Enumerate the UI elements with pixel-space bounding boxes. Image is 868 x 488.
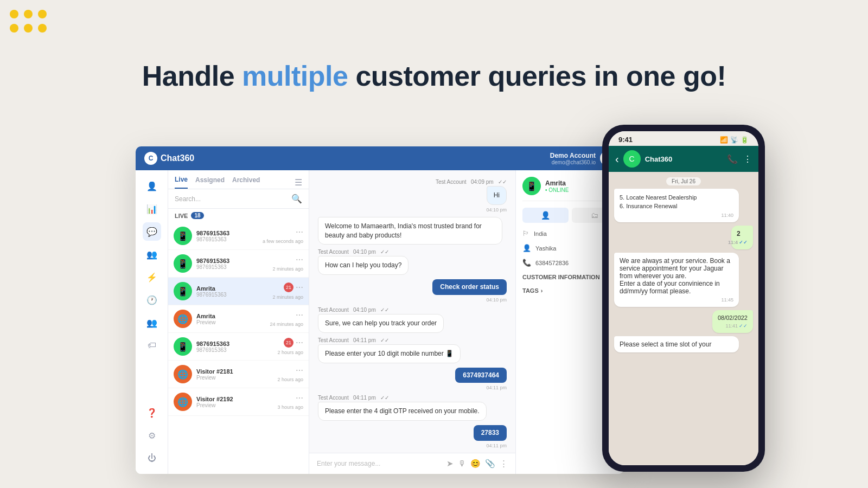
conversation-list: Live Assigned Archived ☰ 🔍 LIVE 18 bbox=[168, 170, 309, 474]
phone-menu-item-6: 6. Insurance Renewal bbox=[620, 202, 733, 210]
tab-archived[interactable]: Archived bbox=[232, 176, 260, 188]
phone-msg-list-1: 5. Locate Nearest Dealership 6. Insuranc… bbox=[614, 189, 739, 222]
mic-icon[interactable]: 🎙 bbox=[458, 459, 466, 468]
phone-back-button[interactable]: ‹ bbox=[615, 153, 619, 165]
conv-meta-6: ⋯ 2 hours ago bbox=[277, 366, 303, 382]
conv-item-6[interactable]: 🌐 Visitor #2181 Preview ⋯ 2 hours ago bbox=[168, 361, 309, 388]
phone-more-icon[interactable]: ⋮ bbox=[743, 154, 752, 164]
msg-bubble-5: Sure, we can help you track your order bbox=[318, 314, 444, 333]
conv-info-3: Amrita 9876915363 bbox=[196, 285, 268, 298]
conv-item-7[interactable]: 🌐 Visitor #2192 Preview ⋯ 3 hours ago bbox=[168, 388, 309, 416]
msg-6: Test Account 04:11 pm ✓✓ Please enter yo… bbox=[318, 337, 507, 363]
dot-6 bbox=[38, 24, 47, 33]
conv-name-4: Amrita bbox=[196, 313, 265, 319]
phone-sent-time-date: 11:41 ✓✓ bbox=[718, 323, 748, 329]
conv-meta-4: ⋯ 24 minutes ago bbox=[270, 311, 303, 327]
sidebar-icon-settings[interactable]: ⚙ bbox=[143, 426, 161, 445]
phone-menu-item-5: 5. Locate Nearest Dealership bbox=[620, 193, 733, 202]
msg-sender-5: Test Account 04:10 pm ✓✓ bbox=[318, 307, 389, 313]
conv-avatar-5: 📱 bbox=[174, 337, 192, 356]
app-header: C Chat360 Demo Account demo@chat360.io 👤 bbox=[136, 146, 624, 170]
phone-msg-sent-2: 2 11:4 ✓✓ bbox=[731, 226, 753, 249]
conv-item-4[interactable]: 🌐 Amrita Preview ⋯ 24 minutes ago bbox=[168, 305, 309, 333]
conv-badge-5: 21 bbox=[284, 338, 293, 348]
emoji-icon[interactable]: 😊 bbox=[470, 459, 481, 468]
conv-sub-1: 9876915363 bbox=[196, 236, 258, 242]
account-name: Demo Account bbox=[550, 152, 596, 159]
dot-2 bbox=[24, 10, 33, 18]
conv-sub-4: Preview bbox=[196, 319, 265, 325]
conv-badge-3: 21 bbox=[284, 282, 293, 292]
conv-dots-4[interactable]: ⋯ bbox=[296, 311, 303, 319]
conv-avatar-1: 📱 bbox=[174, 227, 192, 245]
flag-icon: 🏳 bbox=[522, 229, 529, 237]
phone-sent-date-text: 08/02/2022 bbox=[718, 314, 748, 321]
sidebar-icon-user[interactable]: 👤 bbox=[143, 177, 161, 195]
conv-dots-3[interactable]: ⋯ bbox=[296, 283, 303, 292]
battery-icon: 🔋 bbox=[741, 136, 749, 144]
send-icon[interactable]: ➤ bbox=[446, 459, 454, 468]
attach-icon[interactable]: 📎 bbox=[485, 459, 495, 468]
sidebar-icon-chart[interactable]: 📊 bbox=[143, 200, 161, 218]
phone-received-text-1: We are always at your service. Book a se… bbox=[620, 257, 733, 295]
phone-call-icon[interactable]: 📞 bbox=[727, 154, 738, 164]
conv-time-5: 2 hours ago bbox=[277, 350, 303, 355]
msg-bubble-7: 6374937464 bbox=[455, 368, 507, 383]
phone-chat-header: ‹ C Chat360 📞 ⋮ bbox=[609, 146, 758, 172]
phone-msg-received-1: We are always at your service. Book a se… bbox=[614, 253, 739, 307]
conv-dots-2[interactable]: ⋯ bbox=[296, 255, 303, 264]
app-logo: C Chat360 bbox=[144, 152, 194, 165]
conv-sub-5: 9876915363 bbox=[196, 347, 273, 353]
conv-time-7: 3 hours ago bbox=[277, 404, 303, 410]
search-input[interactable] bbox=[175, 195, 288, 203]
app-header-user-text: Demo Account demo@chat360.io bbox=[550, 152, 596, 165]
tab-assigned[interactable]: Assigned bbox=[195, 176, 225, 188]
sidebar-icon-clock[interactable]: 🕐 bbox=[143, 291, 161, 309]
conv-info-6: Visitor #2181 Preview bbox=[196, 368, 273, 381]
chat-message-input[interactable] bbox=[317, 460, 441, 467]
conv-sub-6: Preview bbox=[196, 375, 273, 381]
more-icon[interactable]: ⋮ bbox=[500, 459, 508, 468]
conv-dots-5[interactable]: ⋯ bbox=[296, 338, 303, 347]
conv-item-2[interactable]: 📱 9876915363 9876915363 ⋯ 2 minutes ago bbox=[168, 250, 309, 278]
phone-msg-sent-date: 08/02/2022 11:41 ✓✓ bbox=[712, 310, 753, 333]
sidebar-icon-contacts[interactable]: 👥 bbox=[143, 245, 161, 264]
msg-bubble-8: Please enter the 4 digit OTP received on… bbox=[318, 402, 487, 421]
customer-information-label: CUSTOMER INFORMATION bbox=[522, 274, 600, 280]
app-logo-icon: C bbox=[144, 152, 157, 165]
sidebar-icon-lightning[interactable]: ⚡ bbox=[143, 268, 161, 286]
tab-live[interactable]: Live bbox=[175, 176, 188, 189]
conv-name-2: 9876915363 bbox=[196, 258, 268, 264]
search-icon[interactable]: 🔍 bbox=[291, 194, 302, 204]
sidebar-icon-chat[interactable]: 💬 bbox=[143, 222, 161, 241]
tags-label: TAGS bbox=[522, 287, 539, 294]
conv-dots-6[interactable]: ⋯ bbox=[296, 366, 303, 375]
msg-bubble-1: Hi bbox=[487, 186, 507, 205]
conv-dots-1[interactable]: ⋯ bbox=[296, 228, 303, 236]
msg-5: Test Account 04:10 pm ✓✓ Sure, we can he… bbox=[318, 307, 507, 333]
phone-status-icons: 📶 📡 🔋 bbox=[720, 136, 749, 144]
conv-sub-3: 9876915363 bbox=[196, 292, 268, 298]
conv-item-5[interactable]: 📱 9876915363 9876915363 21 ⋯ 2 hours ago bbox=[168, 333, 309, 361]
conv-meta-1: ⋯ a few seconds ago bbox=[263, 228, 303, 244]
sidebar-icon-tag[interactable]: 🏷 bbox=[143, 336, 161, 355]
sidebar-icon-logout[interactable]: ⏻ bbox=[143, 449, 161, 467]
conv-item-3[interactable]: 📱 Amrita 9876915363 21 ⋯ 2 minutes ago bbox=[168, 278, 309, 305]
dot-4 bbox=[10, 24, 18, 33]
info-tab-user[interactable]: 👤 bbox=[522, 208, 569, 223]
phone-sent-time-2: 11:4 ✓✓ bbox=[737, 240, 748, 245]
sidebar-icon-help[interactable]: ❓ bbox=[143, 403, 161, 422]
chat-input-bar: ➤ 🎙 😊 📎 ⋮ bbox=[309, 453, 515, 474]
wifi-icon: 📡 bbox=[730, 136, 738, 144]
menu-icon[interactable]: ☰ bbox=[295, 177, 302, 188]
conv-time-3: 2 minutes ago bbox=[272, 294, 303, 300]
conv-meta-3: 21 ⋯ 2 minutes ago bbox=[272, 282, 303, 300]
msg-time-7: 04:11 pm bbox=[486, 385, 507, 390]
conv-item-1[interactable]: 📱 9876915363 9876915363 ⋯ a few seconds … bbox=[168, 222, 309, 250]
sidebar-icon-team[interactable]: 👥 bbox=[143, 313, 161, 332]
search-box: 🔍 bbox=[168, 189, 309, 209]
conv-name-1: 9876915363 bbox=[196, 230, 258, 236]
conv-dots-7[interactable]: ⋯ bbox=[296, 394, 303, 402]
conv-avatar-4: 🌐 bbox=[174, 310, 192, 328]
msg-bubble-4[interactable]: Check order status bbox=[432, 279, 507, 295]
